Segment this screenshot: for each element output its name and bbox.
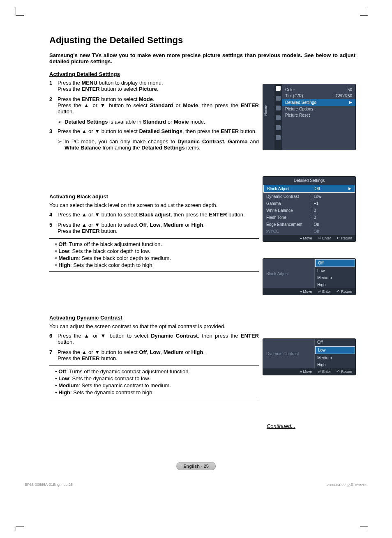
step-3: 3 Press the ▲ or ▼ button to select Deta… xyxy=(49,128,259,134)
application-icon xyxy=(276,135,281,140)
osd-option: Medium xyxy=(315,354,355,361)
osd-option: High xyxy=(315,281,355,288)
step-2: 2 Press the ENTER button to select Mode.… xyxy=(49,96,259,115)
page-number-pill: English - 25 xyxy=(176,462,216,470)
section2-heading: Activating Black adjust xyxy=(49,193,259,200)
section2-desc: You can select the black level on the sc… xyxy=(49,202,259,208)
osd-row: Edge Enhancement: On xyxy=(263,221,355,228)
step-1: 1 Press the MENU button to display the m… xyxy=(49,80,259,92)
note-1: ➢ Detailed Settings is available in Stan… xyxy=(58,119,259,125)
step-5: 5 Press the ▲ or ▼ button to select Off,… xyxy=(49,222,259,234)
intro-text: Samsung's new TVs allow you to make even… xyxy=(49,52,355,64)
osd-row: Black Adjust: Off▶ xyxy=(263,185,355,193)
move-hint: ♦ Move xyxy=(300,236,312,240)
osd-option: Off xyxy=(315,259,355,267)
osd-option: Low xyxy=(315,346,355,354)
enter-hint: ⏎ Enter xyxy=(318,236,331,240)
osd-row: xvYCC: Off xyxy=(263,228,355,235)
osd-detailed-settings: Detailed Settings Black Adjust: Off▶Dyna… xyxy=(263,177,355,241)
footer-left: BP68-00666A-01Eng.indb 25 xyxy=(25,483,73,487)
osd-option: Off xyxy=(315,339,355,346)
step-7: 7 Press the ▲ or ▼ button to select Off,… xyxy=(49,349,259,361)
section3-heading: Activating Dynamic Contrast xyxy=(49,315,259,321)
osd-row: Flesh Tone: 0 xyxy=(263,214,355,221)
osd-picture-menu: Picture Color: 50 Tint (G/R): G50/R50 De… xyxy=(263,84,355,150)
step-4: 4 Press the ▲ or ▼ button to select Blac… xyxy=(49,212,259,218)
osd-row: White Balance: 0 xyxy=(263,207,355,214)
osd-row: Gamma: +1 xyxy=(263,200,355,207)
osd-black-adjust: Black Adjust OffLowMediumHigh ♦ Move ⏎ E… xyxy=(263,259,355,295)
section1-heading: Activating Detailed Settings xyxy=(49,71,259,77)
section3-desc: You can adjust the screen contrast so th… xyxy=(49,323,259,329)
continued-label: Continued... xyxy=(267,423,295,429)
channel-icon xyxy=(276,106,281,110)
osd-option: Medium xyxy=(315,274,355,281)
step-6: 6 Press the ▲ or ▼ button to select Dyna… xyxy=(49,333,259,345)
footer-right: 2008-04-22 오후 8:19:05 xyxy=(327,483,367,488)
osd-row: Dynamic Contrast: Low xyxy=(263,193,355,200)
osd-option: High xyxy=(315,361,355,368)
return-hint: ↶ Return xyxy=(337,236,352,240)
osd-option: Low xyxy=(315,267,355,274)
setup-icon xyxy=(276,115,281,120)
picture-icon xyxy=(276,86,281,91)
note-2: ➢ In PC mode, you can only make changes … xyxy=(58,138,259,151)
page-title: Adjusting the Detailed Settings xyxy=(49,35,355,46)
sound-icon xyxy=(276,96,281,101)
black-adjust-options-box: • Off: Turns off the black adjustment fu… xyxy=(49,238,259,272)
osd-detailed-settings-row: Detailed Settings▶ xyxy=(282,99,355,106)
input-icon xyxy=(276,125,281,130)
dynamic-contrast-options-box: • Off: Turns off the dynamic contrast ad… xyxy=(49,366,259,399)
osd-dynamic-contrast: Dynamic Contrast OffLowMediumHigh ♦ Move… xyxy=(263,339,355,375)
